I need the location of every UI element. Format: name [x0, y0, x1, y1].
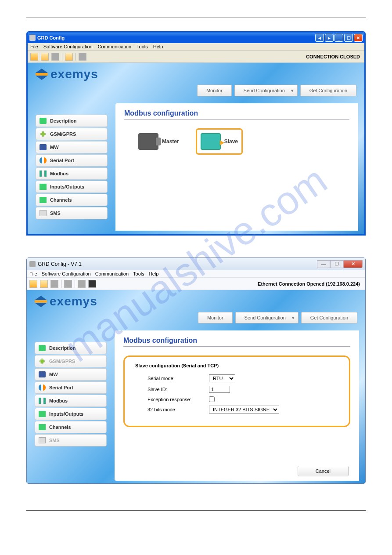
form-title: Slave configuration (Serial and TCP)	[135, 363, 338, 368]
top-buttons: Monitor Send Configuration Get Configura…	[198, 312, 357, 323]
save-icon[interactable]	[51, 53, 59, 61]
send-configuration-button[interactable]: Send Configuration	[234, 85, 298, 96]
monitor-button[interactable]: Monitor	[197, 85, 232, 96]
bottom-rule	[26, 510, 366, 511]
menu-software-config[interactable]: Software Configuration	[43, 44, 93, 49]
connect-icon[interactable]	[65, 53, 73, 61]
sidebar-item-channels[interactable]: Channels	[36, 194, 108, 206]
open-icon[interactable]	[41, 53, 49, 61]
toolbar: CONNECTION CLOSED	[28, 51, 364, 63]
menu-software-config[interactable]: Software Configuration	[42, 271, 91, 276]
menu-file[interactable]: File	[30, 44, 38, 49]
menubar: File Software Configuration Communicatio…	[28, 43, 364, 51]
close-button[interactable]: ✕	[354, 34, 363, 42]
menubar: File Software Configuration Communicatio…	[27, 270, 365, 278]
send-configuration-button[interactable]: Send Configuration	[235, 312, 298, 323]
connection-status: Ethernet Connection Opened (192.168.0.22…	[258, 281, 363, 287]
content: exemys Monitor Send Configuration Get Co…	[27, 290, 365, 483]
description-icon	[39, 345, 46, 351]
get-configuration-button[interactable]: Get Configuration	[301, 312, 357, 323]
top-rule	[26, 18, 366, 18]
content: exemys Monitor Send Configuration Get Co…	[28, 63, 364, 234]
separator	[75, 280, 75, 288]
new-icon[interactable]	[30, 53, 38, 61]
sms-icon	[39, 437, 46, 443]
cancel-button[interactable]: Cancel	[298, 466, 349, 476]
maximize-button[interactable]: ☐	[330, 260, 343, 268]
monitor-button[interactable]: Monitor	[198, 312, 233, 323]
app-icon	[29, 261, 36, 267]
sidebar-item-serialport[interactable]: Serial Port	[35, 381, 107, 394]
menu-tools[interactable]: Tools	[137, 44, 148, 49]
master-device-icon	[138, 133, 158, 150]
sidebar-item-mw[interactable]: MW	[36, 141, 108, 153]
menu-help[interactable]: Help	[149, 271, 159, 276]
window-grdconfig-v71: GRD Config - V7.1 ― ☐ ✕ File Software Co…	[26, 258, 366, 484]
sidebar-item-description[interactable]: Description	[36, 115, 108, 127]
xp-titlebar[interactable]: GRD Config ◄ ► _ ☐ ✕	[28, 33, 364, 43]
menu-tools[interactable]: Tools	[133, 271, 144, 276]
sidebar-item-sms[interactable]: SMS	[36, 207, 108, 219]
nav-left-icon[interactable]: ◄	[315, 34, 324, 42]
toolbar: Ethernet Connection Opened (192.168.0.22…	[27, 278, 365, 290]
tool-icon[interactable]	[79, 53, 86, 61]
modbus-master-option[interactable]: Master	[135, 130, 183, 153]
top-buttons: Monitor Send Configuration Get Configura…	[197, 85, 356, 96]
logo: exemys	[35, 294, 97, 308]
main-panel: Modbus configuration Master Slave	[115, 103, 358, 231]
exception-checkbox[interactable]	[209, 396, 215, 402]
exemys-logo-icon	[36, 69, 48, 80]
panel-heading: Modbus configuration	[123, 337, 350, 347]
sms-icon	[40, 210, 47, 216]
sidebar-item-modbus[interactable]: Modbus	[36, 167, 108, 180]
save-icon[interactable]	[50, 280, 58, 288]
new-icon[interactable]	[29, 280, 37, 288]
menu-help[interactable]: Help	[153, 44, 163, 49]
bits32-label: 32 bits mode:	[147, 407, 205, 412]
serialport-icon	[40, 157, 47, 163]
sidebar-item-description[interactable]: Description	[35, 342, 107, 354]
tool-icon[interactable]	[64, 280, 72, 288]
slave-id-input[interactable]	[209, 386, 230, 393]
menu-communication[interactable]: Communication	[95, 271, 129, 276]
tool2-icon[interactable]	[78, 280, 86, 288]
menu-communication[interactable]: Communication	[98, 44, 131, 49]
maximize-button[interactable]: ☐	[344, 34, 353, 42]
minimize-button[interactable]: _	[334, 34, 343, 42]
app-icon	[29, 35, 36, 41]
mw-icon	[39, 371, 46, 377]
close-button[interactable]: ✕	[343, 260, 363, 268]
sidebar-item-serialport[interactable]: Serial Port	[36, 154, 108, 167]
sidebar-item-sms[interactable]: SMS	[35, 434, 107, 446]
modbus-icon	[40, 170, 47, 177]
serial-mode-label: Serial mode:	[147, 376, 205, 381]
menu-file[interactable]: File	[29, 271, 37, 276]
sidebar-item-inputsoutputs[interactable]: Inputs/Outputs	[35, 408, 107, 420]
logo-text: exemys	[50, 67, 98, 81]
description-icon	[40, 118, 47, 124]
modbus-slave-option[interactable]: Slave	[196, 128, 243, 155]
logo: exemys	[36, 67, 98, 81]
window-controls: ― ☐ ✕	[317, 260, 363, 268]
slave-config-form: Slave configuration (Serial and TCP) Ser…	[123, 355, 350, 427]
sidebar: Description GSM/GPRS MW Serial Port Modb…	[36, 115, 108, 220]
w7-titlebar[interactable]: GRD Config - V7.1 ― ☐ ✕	[27, 258, 365, 270]
io-icon	[40, 184, 47, 190]
sidebar-item-inputsoutputs[interactable]: Inputs/Outputs	[36, 181, 108, 193]
separator	[61, 280, 61, 288]
serial-mode-select[interactable]: RTU	[209, 374, 235, 382]
open-icon[interactable]	[40, 280, 48, 288]
sidebar-item-gsmgprs[interactable]: GSM/GPRS	[35, 355, 107, 367]
sidebar-item-modbus[interactable]: Modbus	[35, 395, 107, 407]
sidebar-item-channels[interactable]: Channels	[35, 421, 107, 433]
terminal-icon[interactable]	[88, 280, 96, 288]
sidebar-item-gsmgprs[interactable]: GSM/GPRS	[36, 128, 108, 140]
minimize-button[interactable]: ―	[317, 260, 330, 268]
sidebar-item-mw[interactable]: MW	[35, 368, 107, 381]
get-configuration-button[interactable]: Get Configuration	[300, 85, 356, 96]
sidebar: Description GSM/GPRS MW Serial Port Modb…	[35, 342, 107, 447]
bits32-select[interactable]: INTEGER 32 BITS SIGNED	[209, 406, 279, 414]
window-title: GRD Config - V7.1	[38, 261, 317, 267]
nav-right-icon[interactable]: ►	[325, 34, 334, 42]
slave-id-label: Slave ID:	[147, 387, 205, 392]
